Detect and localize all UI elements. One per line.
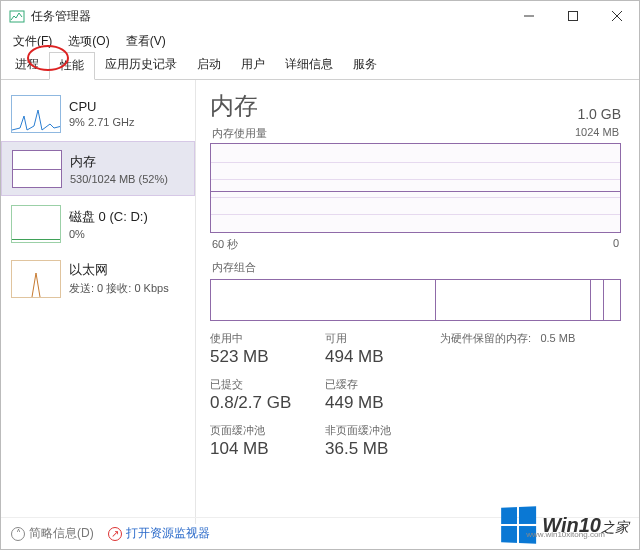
sidebar: CPU 9% 2.71 GHz 内存 530/1024 MB (52%) 磁盘 … [1, 80, 196, 524]
tab-details[interactable]: 详细信息 [275, 52, 343, 80]
stat-cached-value: 449 MB [325, 393, 440, 413]
close-button[interactable] [595, 1, 639, 31]
stat-paged-value: 104 MB [210, 439, 325, 459]
menu-file[interactable]: 文件(F) [5, 31, 60, 52]
stat-nonpaged-value: 36.5 MB [325, 439, 440, 459]
sidebar-item-ethernet[interactable]: 以太网 发送: 0 接收: 0 Kbps [1, 251, 195, 306]
stat-available-label: 可用 [325, 331, 440, 346]
stat-inuse-label: 使用中 [210, 331, 325, 346]
stat-nonpaged-label: 非页面缓冲池 [325, 423, 440, 438]
stat-inuse-value: 523 MB [210, 347, 325, 367]
tab-strip: 进程 性能 应用历史记录 启动 用户 详细信息 服务 [1, 51, 639, 80]
tab-users[interactable]: 用户 [231, 52, 275, 80]
menu-view[interactable]: 查看(V) [118, 31, 174, 52]
app-icon [9, 8, 25, 24]
sidebar-net-name: 以太网 [69, 261, 169, 279]
composition-label: 内存组合 [212, 260, 256, 275]
menubar: 文件(F) 选项(O) 查看(V) [1, 31, 639, 51]
tab-performance[interactable]: 性能 [49, 52, 95, 80]
sidebar-disk-name: 磁盘 0 (C: D:) [69, 208, 148, 226]
resmon-icon: ↗ [108, 527, 122, 541]
stat-paged-label: 页面缓冲池 [210, 423, 325, 438]
main-panel: 内存 1.0 GB 内存使用量 1024 MB 60 秒 0 内存组合 使用中 … [196, 80, 639, 524]
stat-reserved-label: 为硬件保留的内存: [440, 332, 531, 344]
tab-services[interactable]: 服务 [343, 52, 387, 80]
maximize-button[interactable] [551, 1, 595, 31]
graph-label: 内存使用量 [212, 126, 267, 141]
sidebar-item-memory[interactable]: 内存 530/1024 MB (52%) [1, 141, 195, 196]
memory-thumb-icon [12, 150, 62, 188]
stat-committed-value: 0.8/2.7 GB [210, 393, 325, 413]
sidebar-memory-name: 内存 [70, 153, 168, 171]
graph-xleft: 60 秒 [212, 237, 238, 252]
memory-usage-graph [210, 143, 621, 233]
open-resource-monitor-link[interactable]: ↗ 打开资源监视器 [108, 525, 210, 542]
stats-grid: 使用中 523 MB 可用 494 MB 为硬件保留的内存: 0.5 MB 已提… [210, 331, 621, 469]
sidebar-item-cpu[interactable]: CPU 9% 2.71 GHz [1, 86, 195, 141]
cpu-thumb-icon [11, 95, 61, 133]
tab-processes[interactable]: 进程 [5, 52, 49, 80]
sidebar-memory-sub: 530/1024 MB (52%) [70, 173, 168, 185]
stat-reserved-value: 0.5 MB [540, 332, 575, 344]
tab-startup[interactable]: 启动 [187, 52, 231, 80]
graph-max: 1024 MB [575, 126, 619, 141]
graph-xright: 0 [613, 237, 619, 252]
watermark-suffix: 之家 [601, 519, 629, 535]
memory-composition-bar [210, 279, 621, 321]
sidebar-item-disk[interactable]: 磁盘 0 (C: D:) 0% [1, 196, 195, 251]
tab-app-history[interactable]: 应用历史记录 [95, 52, 187, 80]
fewer-details-button[interactable]: ˄ 简略信息(D) [11, 525, 94, 542]
net-thumb-icon [11, 260, 61, 298]
sidebar-disk-sub: 0% [69, 228, 148, 240]
sidebar-cpu-name: CPU [69, 99, 134, 114]
menu-options[interactable]: 选项(O) [60, 31, 117, 52]
disk-thumb-icon [11, 205, 61, 243]
watermark-url: www.win10xitong.com [526, 530, 605, 539]
stat-committed-label: 已提交 [210, 377, 325, 392]
memory-capacity: 1.0 GB [577, 106, 621, 122]
page-title: 内存 [210, 90, 258, 122]
window-title: 任务管理器 [31, 8, 507, 25]
sidebar-cpu-sub: 9% 2.71 GHz [69, 116, 134, 128]
chevron-up-icon: ˄ [11, 527, 25, 541]
sidebar-net-sub: 发送: 0 接收: 0 Kbps [69, 281, 169, 296]
stat-cached-label: 已缓存 [325, 377, 440, 392]
watermark: Win10之家 www.win10xitong.com [500, 507, 629, 543]
svg-rect-2 [569, 12, 578, 21]
minimize-button[interactable] [507, 1, 551, 31]
content-area: CPU 9% 2.71 GHz 内存 530/1024 MB (52%) 磁盘 … [1, 80, 639, 524]
titlebar: 任务管理器 [1, 1, 639, 31]
stat-available-value: 494 MB [325, 347, 440, 367]
